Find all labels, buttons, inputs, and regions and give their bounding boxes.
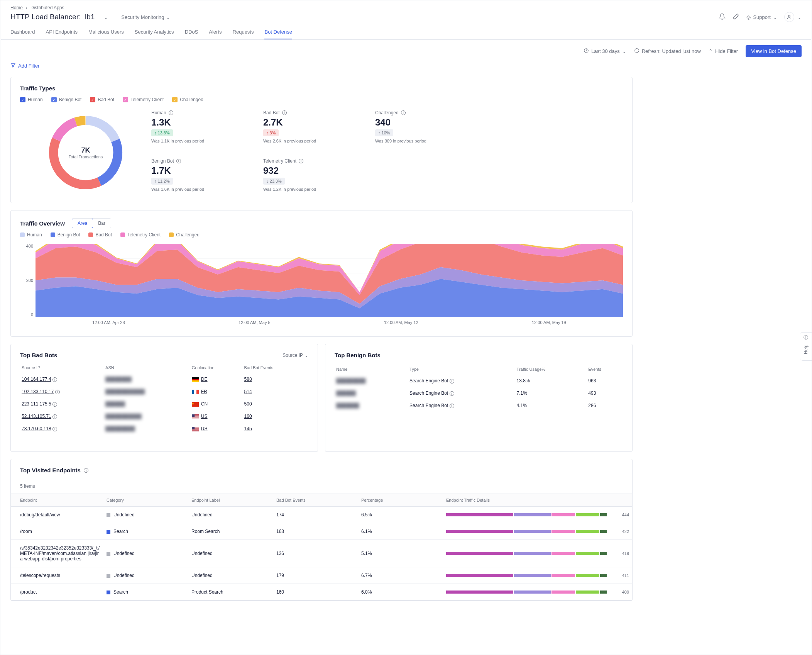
svg-point-0 [788, 15, 790, 17]
info-icon[interactable]: i [299, 159, 303, 163]
breadcrumb-section: Distributed Apps [30, 5, 64, 10]
bad-bot-events-link[interactable]: 514 [244, 389, 252, 394]
donut-total-label: Total Transactions [69, 154, 103, 159]
bad-bot-row: 223.111.175.5 i██████CN500 [20, 398, 308, 410]
main-nav: DashboardAPI EndpointsMalicious UsersSec… [1, 22, 811, 40]
support-dropdown[interactable]: ◎ Support ⌄ [746, 14, 777, 20]
geo-link[interactable]: FR [201, 389, 207, 394]
bad-bot-events-link[interactable]: 500 [244, 401, 252, 407]
avatar-menu[interactable] [784, 12, 794, 22]
bad-bot-events-link[interactable]: 145 [244, 426, 252, 431]
traffic-bar [446, 552, 614, 555]
info-icon: ⓘ [803, 339, 809, 343]
bad-bots-filter-dropdown[interactable]: Source IP ⌄ [283, 353, 308, 358]
bad-bot-ip-link[interactable]: 102.133.110.17 [22, 389, 54, 394]
nav-malicious-users[interactable]: Malicious Users [88, 29, 124, 39]
help-tab[interactable]: Help ⓘ [800, 332, 812, 361]
nav-security-analytics[interactable]: Security Analytics [135, 29, 174, 39]
endpoint-row: /productSearchProduct Search1606.0%409 [11, 584, 632, 601]
nav-ddos[interactable]: DDoS [185, 29, 198, 39]
endpoint-path[interactable]: /room [11, 523, 103, 540]
clock-icon [584, 48, 589, 54]
endpoints-count: 5 items [11, 479, 632, 494]
nav-api-endpoints[interactable]: API Endpoints [46, 29, 78, 39]
traffic-types-donut: 7K Total Transactions [43, 110, 128, 195]
endpoint-path[interactable]: /debug/default/view [11, 507, 103, 523]
nav-bot-defense[interactable]: Bot Defense [264, 29, 292, 39]
geo-link[interactable]: US [201, 414, 208, 419]
traffic-type-checkbox-human[interactable]: ✓Human [20, 97, 43, 102]
info-icon[interactable]: i [52, 377, 57, 382]
asn-blurred: ████████ [105, 377, 132, 382]
geo-link[interactable]: US [201, 426, 208, 431]
info-icon[interactable]: i [282, 110, 287, 115]
overview-legend-bad-bot[interactable]: Bad Bot [88, 232, 112, 238]
traffic-type-checkbox-challenged[interactable]: ✓Challenged [172, 97, 203, 102]
chart-type-bar[interactable]: Bar [93, 219, 111, 228]
bad-bot-ip-link[interactable]: 73.170.60.118 [22, 426, 51, 431]
info-icon[interactable]: i [52, 402, 57, 407]
monitoring-dropdown[interactable]: Security Monitoring ⌄ [121, 14, 170, 20]
overview-legend-telemetry-client[interactable]: Telemetry Client [120, 232, 161, 238]
info-icon[interactable]: i [84, 468, 88, 473]
bad-bot-events-link[interactable]: 160 [244, 414, 252, 419]
traffic-overview-title[interactable]: Traffic Overview [20, 220, 65, 227]
breadcrumb-home[interactable]: Home [10, 5, 23, 10]
overview-legend-challenged[interactable]: Challenged [169, 232, 200, 238]
endpoint-row: /telescope/requestsUndefinedUndefined179… [11, 567, 632, 584]
endpoint-row: /s/35342e3232342e32352e323333/_/;/META-I… [11, 540, 632, 567]
traffic-bar [446, 574, 614, 577]
asn-blurred: ██████ [105, 401, 125, 407]
support-icon: ◎ [746, 14, 751, 20]
svg-rect-15 [192, 380, 199, 382]
traffic-bar [446, 513, 614, 516]
chevron-down-icon: ⌄ [304, 353, 308, 358]
date-range-dropdown[interactable]: Last 30 days ⌄ [584, 48, 626, 54]
info-icon[interactable]: i [450, 391, 454, 396]
svg-rect-25 [192, 417, 199, 417]
geo-link[interactable]: DE [201, 377, 208, 382]
info-icon[interactable]: i [176, 159, 181, 163]
overview-legend-human[interactable]: Human [20, 232, 42, 238]
view-in-bot-defense-button[interactable]: View in Bot Defense [746, 45, 802, 57]
top-endpoints-title: Top Visited Endpoints i [11, 467, 632, 473]
top-benign-bots-panel: Top Benign Bots NameTypeTraffic Usage%Ev… [325, 344, 633, 452]
bad-bot-events-link[interactable]: 588 [244, 377, 252, 382]
top-benign-bots-title: Top Benign Bots [335, 352, 623, 358]
endpoint-path[interactable]: /product [11, 584, 103, 601]
asn-blurred: █████████ [105, 426, 135, 431]
asn-blurred: ███████████ [105, 414, 142, 419]
add-filter-button[interactable]: Add Filter [10, 63, 633, 69]
bell-icon[interactable] [719, 13, 726, 21]
nav-requests[interactable]: Requests [233, 29, 254, 39]
endpoint-path[interactable]: /telescope/requests [11, 567, 103, 584]
svg-rect-27 [192, 418, 199, 419]
endpoint-path[interactable]: /s/35342e3232342e32352e323333/_/;/META-I… [11, 540, 103, 567]
overview-legend-benign-bot[interactable]: Benign Bot [51, 232, 80, 238]
nav-dashboard[interactable]: Dashboard [10, 29, 35, 39]
bad-bot-ip-link[interactable]: 223.111.175.5 [22, 401, 51, 407]
info-icon[interactable]: i [450, 404, 454, 408]
bad-bot-ip-link[interactable]: 104.164.177.4 [22, 377, 51, 382]
bad-bot-ip-link[interactable]: 52.143.105.71 [22, 414, 51, 419]
info-icon[interactable]: i [401, 110, 406, 115]
info-icon[interactable]: i [52, 414, 57, 419]
info-icon[interactable]: i [169, 110, 173, 115]
chart-type-area[interactable]: Area [72, 218, 93, 228]
wand-icon[interactable] [732, 13, 739, 21]
traffic-type-checkbox-telemetry-client[interactable]: ✓Telemetry Client [123, 97, 164, 102]
chevron-up-icon: ⌃ [709, 48, 713, 54]
svg-rect-28 [192, 414, 195, 417]
hide-filter-button[interactable]: ⌃ Hide Filter [709, 48, 738, 54]
info-icon[interactable]: i [52, 427, 57, 431]
geo-link[interactable]: CN [201, 401, 208, 407]
nav-alerts[interactable]: Alerts [209, 29, 222, 39]
refresh-button[interactable]: Refresh: Updated just now [634, 48, 701, 54]
traffic-type-checkbox-benign-bot[interactable]: ✓Benign Bot [51, 97, 82, 102]
top-bad-bots-panel: Top Bad Bots Source IP ⌄ Source IPASNGeo… [10, 344, 318, 452]
info-icon[interactable]: i [450, 379, 454, 383]
title-dropdown-icon[interactable]: ⌄ [104, 14, 108, 20]
traffic-type-checkbox-bad-bot[interactable]: ✓Bad Bot [90, 97, 114, 102]
filter-icon [10, 63, 16, 69]
info-icon[interactable]: i [55, 390, 60, 394]
